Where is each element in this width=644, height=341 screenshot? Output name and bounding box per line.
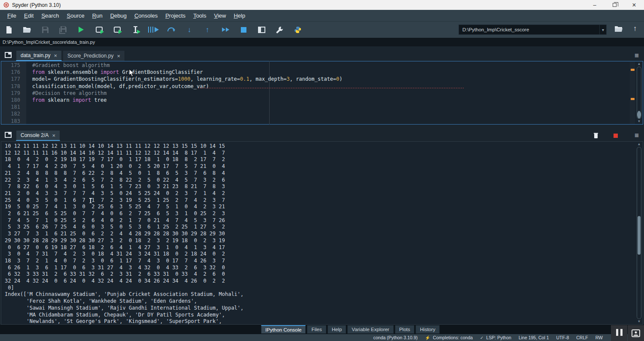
save-all-button [57, 23, 70, 36]
maximize-pane-icon [258, 27, 265, 33]
chevron-down-icon[interactable]: ▾ [599, 25, 606, 34]
menu-help[interactable]: Help [230, 11, 249, 20]
code-editor[interactable]: 175 176 177 178 179 180 181 182 183 #Gra… [1, 61, 643, 125]
step-return-icon: ↑ [206, 26, 210, 33]
file-path: D:\Python_Imp\Cricket_sscore\data_train.… [0, 40, 95, 45]
scrollbar-thumb[interactable] [638, 216, 641, 255]
menu-search[interactable]: Search [37, 11, 63, 20]
browse-tabs-button[interactable] [3, 130, 13, 140]
title-bar: Spyder (Python 3.10) – × [0, 0, 644, 10]
run-cell-button[interactable] [93, 23, 106, 36]
menu-file[interactable]: File [3, 11, 20, 20]
code-area[interactable]: #Gradient boost algorithm from sklearn.e… [26, 61, 643, 124]
cursor-position: Line 195, Col 1 [519, 335, 549, 340]
pause-icon [615, 329, 623, 338]
ipython-console[interactable]: 10 12 11 11 12 12 13 11 10 14 10 14 13 1… [1, 141, 643, 325]
menu-debug[interactable]: Debug [106, 11, 131, 20]
status-bar: conda (Python 3.10.9) ⚡ Completions: con… [0, 334, 644, 341]
menu-projects[interactable]: Projects [161, 11, 189, 20]
python-env-button[interactable] [291, 23, 304, 36]
column-guide [269, 61, 270, 125]
browse-directory-button[interactable] [612, 22, 625, 35]
scroll-up-icon[interactable]: ▲ [638, 142, 641, 146]
editor-options-icon[interactable]: ≡ [633, 52, 641, 59]
menu-edit[interactable]: Edit [20, 11, 37, 20]
trash-icon[interactable] [593, 132, 598, 139]
browse-tabs-button[interactable] [3, 50, 13, 60]
editor-tab-strip: data_train.py × Score_Prediction.py × ≡ [0, 48, 644, 61]
warning-marker[interactable] [631, 98, 635, 100]
menu-consoles[interactable]: Consoles [131, 11, 161, 20]
code-line: #Decision tree algorithm [26, 90, 643, 97]
console-output: 10 12 11 11 12 12 13 11 10 14 10 14 13 1… [1, 142, 643, 325]
continue-icon [222, 27, 229, 32]
breadcrumb: D:\Python_Imp\Cricket_sscore\data_train.… [0, 38, 644, 46]
open-file-button[interactable] [21, 23, 33, 36]
snapshot-button[interactable] [628, 325, 644, 341]
python-env-icon [294, 26, 301, 33]
pane-tab-ipython-console[interactable]: IPython Console [261, 325, 306, 334]
tab-score-prediction[interactable]: Score_Prediction.py × [63, 50, 125, 61]
step-return-button[interactable]: ↑ [201, 23, 214, 36]
stop-debug-button[interactable] [237, 23, 250, 36]
close-icon[interactable]: × [54, 53, 57, 58]
debug-continue-button[interactable] [219, 23, 232, 36]
run-cell-icon [96, 27, 103, 33]
restore-icon [613, 3, 617, 7]
console-tab-strip: Console 2/A × ≡ [0, 128, 644, 141]
new-file-button[interactable] [3, 23, 15, 36]
recorder-overlay [611, 325, 644, 341]
lsp-status: LSP: Python [486, 335, 511, 340]
console-options-icon[interactable]: ≡ [633, 132, 641, 139]
close-icon[interactable]: × [52, 133, 55, 138]
tab-console-2a[interactable]: Console 2/A × [16, 130, 60, 141]
scrollbar-thumb[interactable] [637, 111, 641, 119]
pane-tab-files[interactable]: Files [307, 325, 326, 334]
menu-view[interactable]: View [210, 11, 230, 20]
debug-file-button[interactable] [147, 23, 160, 36]
minimize-button[interactable]: – [585, 0, 605, 10]
code-line: from sklearn.ensemble import GradientBoo… [26, 69, 643, 76]
parent-directory-button[interactable]: ↑ [629, 22, 641, 35]
run-file-button[interactable] [75, 23, 88, 36]
editor-scrollbar[interactable]: ▲ ▼ [636, 62, 642, 124]
scroll-down-icon[interactable]: ▼ [638, 119, 641, 124]
eol-status: CRLF [576, 335, 588, 340]
pane-tab-plots[interactable]: Plots [395, 325, 415, 334]
step-into-button[interactable]: ↓ [183, 23, 196, 36]
run-cell-advance-button[interactable] [111, 23, 124, 36]
code-line: from sklearn import tree [26, 97, 643, 104]
new-file-icon [6, 26, 12, 34]
pane-tab-history[interactable]: History [416, 325, 440, 334]
completions-status: Completions: conda [433, 335, 473, 340]
scroll-down-icon[interactable]: ▼ [638, 320, 641, 324]
mouse-cursor [129, 69, 134, 77]
working-directory-combo[interactable]: D:\Python_Imp\Cricket_sscore ▾ [459, 24, 607, 35]
pane-tab-help[interactable]: Help [328, 325, 346, 334]
menu-run[interactable]: Run [88, 11, 106, 20]
tab-data-train[interactable]: data_train.py × [16, 50, 62, 61]
browse-tabs-icon [5, 132, 12, 138]
menu-tools[interactable]: Tools [189, 11, 210, 20]
pane-tab-variable-explorer[interactable]: Variable Explorer [347, 325, 393, 334]
debug-step-button[interactable] [165, 23, 178, 36]
restore-button[interactable] [605, 0, 624, 10]
pause-button[interactable] [611, 325, 627, 341]
preferences-button[interactable] [273, 23, 286, 36]
console-scrollbar[interactable]: ▲ ▼ [636, 142, 642, 324]
scroll-up-icon[interactable]: ▲ [638, 62, 641, 66]
maximize-pane-button[interactable] [255, 23, 268, 36]
warning-marker[interactable] [631, 69, 635, 71]
browse-tabs-icon [5, 52, 12, 58]
interpreter-status[interactable]: conda (Python 3.10.9) [373, 335, 417, 340]
kernel-busy-icon [614, 134, 618, 138]
close-icon[interactable]: × [117, 53, 120, 59]
wrench-icon [276, 26, 283, 33]
tab-label: Score_Prediction.py [67, 53, 113, 59]
run-selection-button[interactable] [129, 23, 142, 36]
permissions-status: RW [595, 335, 603, 340]
text-cursor [90, 198, 91, 203]
lint-warning-underline [198, 88, 464, 88]
close-button[interactable]: × [624, 0, 644, 10]
menu-source[interactable]: Source [63, 11, 88, 20]
